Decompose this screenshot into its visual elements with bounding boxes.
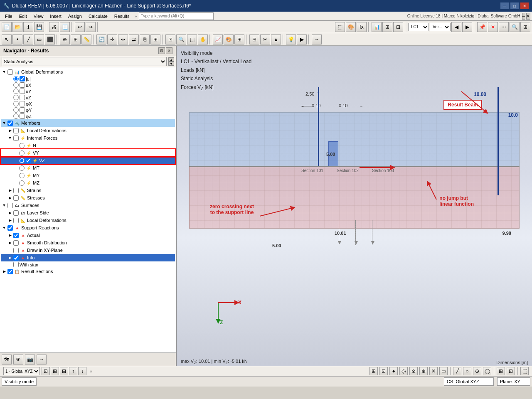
render2-btn[interactable]: 💡 [286, 34, 296, 44]
zoom-fit-btn[interactable]: ⊡ [165, 34, 175, 44]
cb-actual[interactable] [13, 233, 19, 238]
expand-local-def[interactable]: ▶ [7, 128, 12, 133]
node-btn[interactable]: • [12, 34, 22, 44]
tree-surfaces[interactable]: ▼ 🗂 Surfaces [1, 202, 175, 209]
nav-tb-camera[interactable]: 📷 [25, 355, 35, 365]
mirror-btn[interactable]: ⇄ [129, 34, 139, 44]
anim-btn[interactable]: ▶ [297, 34, 307, 44]
pin-btn[interactable]: 📌 [477, 22, 487, 32]
vt-btn12[interactable]: ◯ [483, 367, 491, 375]
expand-global-def[interactable]: ▼ [2, 69, 7, 74]
nav-tb-arrow[interactable]: → [37, 355, 47, 365]
radio-ux[interactable] [13, 82, 19, 88]
expand-members[interactable]: ▼ [2, 121, 7, 126]
cb-vz[interactable] [25, 158, 31, 163]
cb-layer-side[interactable] [13, 210, 19, 216]
sb-btn5[interactable]: ↓ [78, 367, 86, 375]
cb-support-react[interactable] [7, 225, 13, 231]
tree-local-def[interactable]: ▶ 📐 Local Deformations [1, 127, 175, 134]
measure-btn[interactable]: 📏 [81, 34, 91, 44]
sb-btn4[interactable]: ↑ [69, 367, 77, 375]
cb-local-def2[interactable] [13, 218, 19, 223]
tree-vy[interactable]: ⚡ VY [1, 149, 175, 157]
vt-btn9[interactable]: ╱ [453, 367, 461, 375]
nav-close-btn[interactable]: ✕ [166, 47, 172, 54]
next-btn[interactable]: ▶ [462, 22, 472, 32]
menu-file[interactable]: File [2, 13, 16, 20]
new-btn[interactable]: 📄 [2, 22, 12, 32]
cb-surfaces[interactable] [7, 203, 13, 208]
zoom-in-btn[interactable]: 🔍 [176, 34, 186, 44]
nav-arr-up[interactable]: ▲ [168, 57, 174, 62]
vt-btn15[interactable]: ⬚ [520, 367, 529, 375]
grid-btn[interactable]: ⊞ [520, 22, 530, 32]
vt-btn8[interactable]: ▭ [439, 367, 448, 375]
cb-draw-xy[interactable] [13, 248, 19, 253]
vt-btn11[interactable]: ⊙ [473, 367, 481, 375]
expand-strains[interactable]: ▶ [7, 188, 12, 193]
info-btn[interactable]: ℹ [23, 22, 33, 32]
cb-members[interactable] [7, 121, 13, 126]
cb-phix[interactable] [20, 101, 25, 106]
rotate-btn[interactable]: 🔄 [96, 34, 106, 44]
tree-stresses[interactable]: ▶ 📏 Stresses [1, 194, 175, 202]
nav-arr-down[interactable]: ▼ [168, 62, 174, 66]
render-btn[interactable]: 🎨 [346, 22, 356, 32]
tree-members[interactable]: ▼ 🔩 Members [1, 119, 175, 127]
vt-btn1[interactable]: ⊞ [369, 367, 378, 375]
radio-phiz[interactable] [13, 113, 19, 119]
pan-btn[interactable]: ✋ [198, 34, 208, 44]
minimize-button[interactable]: ─ [500, 2, 509, 9]
lc-combo[interactable]: LC1 [408, 23, 429, 31]
array-btn[interactable]: ⊞ [150, 34, 160, 44]
expand-internal-forces[interactable]: ▼ [7, 135, 12, 140]
cb-result-sections[interactable] [7, 269, 13, 274]
tree-ux[interactable]: uX [1, 82, 175, 88]
nav-tb-display[interactable]: 👁 [13, 355, 23, 365]
tree-global-deformations[interactable]: ▼ 📊 Global Deformations [1, 68, 175, 76]
radio-uz[interactable] [13, 95, 19, 100]
search2-btn[interactable]: 🔍 [510, 22, 520, 32]
table-btn[interactable]: ⊞ [382, 22, 392, 32]
tree-mz[interactable]: ⚡ MZ [1, 179, 175, 187]
select-btn[interactable]: ↖ [2, 34, 12, 44]
radio-mz[interactable] [19, 180, 25, 186]
cb-uz[interactable] [20, 95, 25, 100]
vt-btn14[interactable]: ⊡ [507, 367, 515, 375]
x-btn[interactable]: ✕ [488, 22, 498, 32]
expand-layer-side[interactable]: ▶ [7, 210, 12, 215]
tree-absu[interactable]: |u| [1, 76, 175, 82]
expand-info[interactable]: ▶ [7, 255, 12, 260]
vt-btn4[interactable]: ◎ [399, 367, 408, 375]
tree-strains[interactable]: ▶ 📏 Strains [1, 187, 175, 194]
wire-btn[interactable]: ⊞ [234, 34, 244, 44]
maximize-button[interactable]: □ [510, 2, 519, 9]
tree-draw-xy[interactable]: 🔺 Draw in XY-Plane [1, 246, 175, 254]
filter-btn[interactable]: ⊡ [393, 22, 403, 32]
radio-vz[interactable] [19, 158, 25, 163]
cb-with-sign[interactable] [13, 262, 19, 267]
coord-system-select[interactable]: 1 - Global XYZ [3, 367, 40, 375]
vt-btn6[interactable]: ⊕ [419, 367, 428, 375]
fx-btn[interactable]: fx [357, 22, 367, 32]
menu-assign[interactable]: Assign [65, 13, 85, 20]
section-btn[interactable]: ⊟ [249, 34, 259, 44]
tree-layer-side[interactable]: ▶ 🗂 Layer Side [1, 209, 175, 217]
open-btn[interactable]: 📂 [12, 22, 22, 32]
license-close-btn[interactable]: ✕ [526, 13, 530, 20]
expand-stresses[interactable]: ▶ [7, 195, 12, 200]
tree-n[interactable]: ⚡ N [1, 142, 175, 149]
expand-local-def2[interactable]: ▶ [7, 218, 12, 223]
surf-btn[interactable]: ▭ [34, 34, 44, 44]
license-min-btn[interactable]: ─ [522, 13, 525, 20]
menu-calculate[interactable]: Calculate [85, 13, 111, 20]
cb-phiy[interactable] [20, 107, 25, 113]
save-btn[interactable]: 💾 [34, 22, 44, 32]
cb-stresses[interactable] [13, 195, 19, 201]
expand-smooth-dist[interactable]: ▶ [7, 240, 12, 245]
cb-absu[interactable] [20, 76, 25, 81]
copy-btn[interactable]: ⎘ [140, 34, 150, 44]
nav-restore-btn[interactable]: ⊡ [158, 47, 165, 54]
clip-btn[interactable]: ✂ [260, 34, 270, 44]
results-btn[interactable]: 📊 [372, 22, 382, 32]
